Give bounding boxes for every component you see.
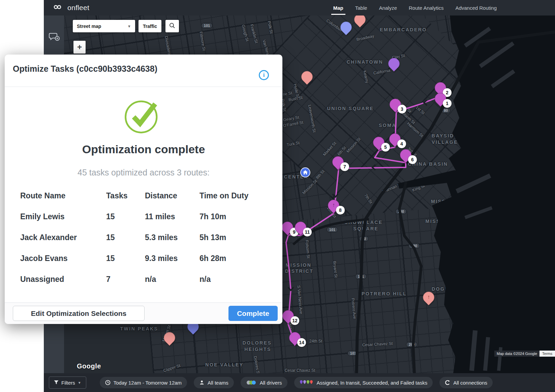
optimization-complete-heading: Optimization complete xyxy=(5,143,282,156)
table-cell: 15 xyxy=(106,254,145,263)
map-layer-value: Street map xyxy=(77,24,101,29)
table-cell: n/a xyxy=(199,275,269,284)
traffic-toggle-button[interactable]: Traffic xyxy=(138,20,161,32)
task-pin-purple-3[interactable] xyxy=(386,56,402,72)
search-icon xyxy=(169,22,176,30)
task-pin-badge-12: 12 xyxy=(290,316,299,325)
table-cell: 7 xyxy=(106,275,145,284)
info-icon[interactable]: i xyxy=(259,70,269,80)
routes-table: Route NameTasksDistanceTime on DutyEmily… xyxy=(20,185,269,290)
table-cell: n/a xyxy=(145,275,199,284)
main-nav: MapTableAnalyzeRoute AnalyticsAdvanced R… xyxy=(333,0,555,15)
filter-pill-all-teams[interactable]: All teams xyxy=(194,377,234,388)
table-cell: 11 miles xyxy=(145,212,199,221)
chevron-down-icon: ▼ xyxy=(127,24,131,28)
task-pin-badge-14: 14 xyxy=(297,338,306,347)
filter-pills: Today 12am - Tomorrow 12amAll teamsAll d… xyxy=(100,377,493,388)
task-pin-salmon-2[interactable] xyxy=(352,15,368,28)
task-pin-badge-7: 7 xyxy=(340,162,349,171)
table-cell: Emily Lewis xyxy=(20,212,106,221)
modal-header: Optimize Tasks (c0cc90b3933c4638) i xyxy=(5,55,282,87)
pill-label: Assigned, In transit, Succeeded, and Fai… xyxy=(317,380,428,386)
table-cell: 7h 10m xyxy=(199,212,269,221)
nav-item-map[interactable]: Map xyxy=(333,0,343,15)
pill-label: All drivers xyxy=(260,380,282,386)
top-nav: onfleet MapTableAnalyzeRoute AnalyticsAd… xyxy=(44,0,555,15)
column-header: Route Name xyxy=(20,191,106,200)
table-cell: Jacob Evans xyxy=(20,254,106,263)
table-cell: 6h 28m xyxy=(199,254,269,263)
task-pin-badge-5: 5 xyxy=(381,143,390,152)
table-row: Jacob Evans159.3 miles6h 28m xyxy=(20,248,269,269)
column-header: Time on Duty xyxy=(199,191,269,200)
table-cell: 9.3 miles xyxy=(145,254,199,263)
modal-title: Optimize Tasks (c0cc90b3933c4638) xyxy=(13,64,157,74)
in-transit-arrow-icon: ↑ xyxy=(427,294,430,300)
clock-icon xyxy=(105,380,111,385)
drivers-icon xyxy=(246,380,257,385)
funnel-icon xyxy=(54,380,59,386)
map-data-credit: Map data ©2024 Google xyxy=(494,351,539,357)
task-pin-salmon-0[interactable] xyxy=(299,69,315,85)
filter-pill-assigned-in-transit-succeeded-[interactable]: Assigned, In transit, Succeeded, and Fai… xyxy=(294,377,433,388)
nav-item-advanced-routing[interactable]: Advanced Routing xyxy=(455,0,497,15)
connections-icon xyxy=(445,380,450,385)
hub-marker[interactable] xyxy=(300,167,310,177)
filters-label: Filters xyxy=(61,380,75,386)
column-header: Distance xyxy=(145,191,199,200)
edit-optimization-button[interactable]: Edit Optimization Selections xyxy=(13,306,145,321)
task-pin-badge-8: 8 xyxy=(336,206,345,215)
filter-pill-all-connections[interactable]: All connections xyxy=(439,377,493,388)
map-search-button[interactable] xyxy=(165,20,179,32)
map-layer-select[interactable]: Street map ▼ xyxy=(73,20,135,32)
pill-label: Today 12am - Tomorrow 12am xyxy=(114,380,182,386)
task-pin-badge-1: 1 xyxy=(443,99,452,108)
complete-button[interactable]: Complete xyxy=(228,306,278,321)
success-check-icon xyxy=(123,98,160,136)
table-row: Jack Alexander155.3 miles5h 13m xyxy=(20,227,269,248)
terms-link[interactable]: Terms xyxy=(539,351,555,357)
in-transit-arrow-icon: ↑ xyxy=(332,202,335,208)
task-pin-badge-6: 6 xyxy=(408,155,417,164)
optimize-tasks-modal: Optimize Tasks (c0cc90b3933c4638) i Opti… xyxy=(5,55,282,324)
table-cell: Jack Alexander xyxy=(20,233,106,242)
table-cell: 15 xyxy=(106,212,145,221)
filters-button[interactable]: Filters ▼ xyxy=(49,377,86,389)
nav-item-analyze[interactable]: Analyze xyxy=(379,0,397,15)
pill-label: All teams xyxy=(208,380,228,386)
task-pin-blueviolet-1[interactable] xyxy=(338,19,354,35)
teams-icon xyxy=(199,380,205,385)
screenshot-stage: onfleet MapTableAnalyzeRoute AnalyticsAd… xyxy=(0,0,555,392)
onfleet-logo: onfleet xyxy=(44,3,89,12)
table-cell: Unassigned xyxy=(20,275,106,284)
filter-pill-all-drivers[interactable]: All drivers xyxy=(241,377,287,388)
filter-pill-today-12am-tomorrow-12am[interactable]: Today 12am - Tomorrow 12am xyxy=(100,377,187,388)
task-pin-salmon-5[interactable] xyxy=(161,330,178,346)
sidebar-divider xyxy=(44,53,64,54)
task-pin-badge-11: 11 xyxy=(303,228,312,236)
optimization-summary: 45 tasks optimized across 3 routes: xyxy=(5,168,282,177)
table-cell: 5h 13m xyxy=(199,233,269,242)
home-icon xyxy=(303,170,308,175)
pill-label: All connections xyxy=(453,380,487,386)
table-row: Unassigned7n/an/a xyxy=(20,269,269,290)
task-pins-icon xyxy=(300,380,314,386)
chevron-down-icon: ▼ xyxy=(78,381,81,385)
table-row: Emily Lewis1511 miles7h 10m xyxy=(20,206,269,227)
modal-footer: Edit Optimization Selections Complete xyxy=(5,302,282,324)
column-header: Tasks xyxy=(106,191,145,200)
table-cell: 5.3 miles xyxy=(145,233,199,242)
nav-item-table[interactable]: Table xyxy=(355,0,367,15)
map-attribution: Map data ©2024 Google Terms xyxy=(494,351,555,357)
task-pin-badge-3: 3 xyxy=(398,105,406,113)
onfleet-logo-text: onfleet xyxy=(67,4,89,12)
chat-add-icon[interactable] xyxy=(49,32,60,43)
table-header-row: Route NameTasksDistanceTime on Duty xyxy=(20,185,269,206)
onfleet-infinity-icon xyxy=(51,3,64,12)
table-cell: 15 xyxy=(106,233,145,242)
bottom-filter-bar: Filters ▼ Today 12am - Tomorrow 12amAll … xyxy=(44,373,555,392)
google-logo[interactable]: Google xyxy=(77,362,101,370)
zoom-in-button[interactable]: + xyxy=(73,41,86,54)
nav-item-route-analytics[interactable]: Route Analytics xyxy=(409,0,443,15)
task-pin-badge-4: 4 xyxy=(397,139,406,148)
